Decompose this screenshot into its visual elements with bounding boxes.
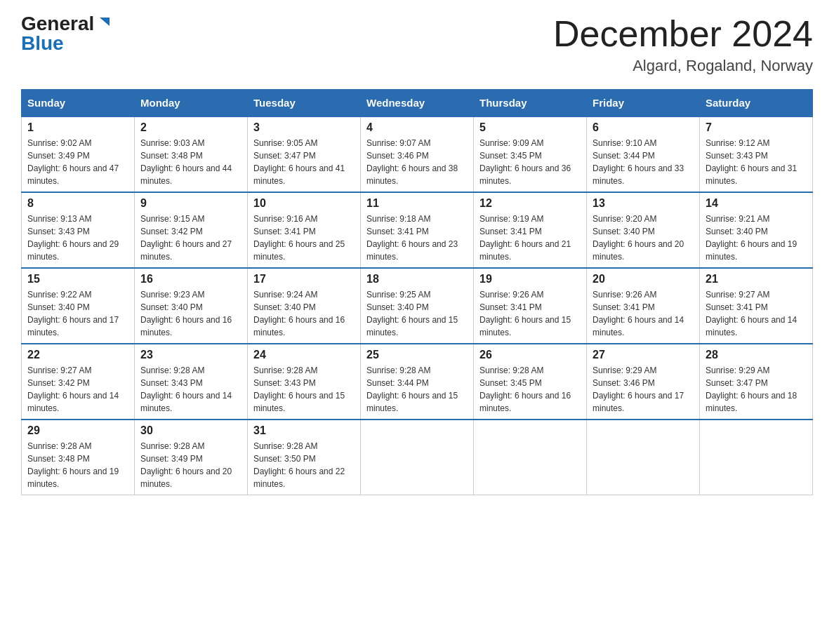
calendar-cell (474, 420, 587, 495)
calendar-cell: 30Sunrise: 9:28 AMSunset: 3:49 PMDayligh… (135, 420, 248, 495)
calendar-cell: 28Sunrise: 9:29 AMSunset: 3:47 PMDayligh… (700, 344, 813, 420)
header-wednesday: Wednesday (361, 90, 474, 117)
day-info: Sunrise: 9:10 AMSunset: 3:44 PMDaylight:… (593, 137, 694, 187)
day-info: Sunrise: 9:26 AMSunset: 3:41 PMDaylight:… (479, 288, 581, 339)
logo-icon (95, 15, 111, 30)
calendar-cell: 12Sunrise: 9:19 AMSunset: 3:41 PMDayligh… (474, 192, 587, 268)
day-number: 31 (253, 424, 355, 437)
day-number: 27 (593, 349, 694, 361)
day-number: 23 (140, 349, 241, 361)
day-info: Sunrise: 9:19 AMSunset: 3:41 PMDaylight:… (479, 213, 581, 263)
day-info: Sunrise: 9:02 AMSunset: 3:49 PMDaylight:… (27, 137, 128, 187)
day-info: Sunrise: 9:13 AMSunset: 3:43 PMDaylight:… (27, 213, 128, 263)
calendar-cell: 24Sunrise: 9:28 AMSunset: 3:43 PMDayligh… (248, 344, 361, 420)
calendar-cell: 16Sunrise: 9:23 AMSunset: 3:40 PMDayligh… (135, 268, 248, 344)
page-header: General Blue December 2024 Algard, Rogal… (21, 14, 813, 75)
day-number: 8 (27, 197, 128, 210)
day-number: 7 (706, 121, 807, 134)
weekday-header-row: Sunday Monday Tuesday Wednesday Thursday… (22, 90, 813, 117)
day-info: Sunrise: 9:27 AMSunset: 3:42 PMDaylight:… (27, 364, 128, 415)
calendar-cell: 6Sunrise: 9:10 AMSunset: 3:44 PMDaylight… (587, 116, 700, 192)
calendar-cell: 3Sunrise: 9:05 AMSunset: 3:47 PMDaylight… (248, 116, 361, 192)
day-info: Sunrise: 9:28 AMSunset: 3:45 PMDaylight:… (479, 364, 581, 415)
calendar-table: Sunday Monday Tuesday Wednesday Thursday… (21, 89, 813, 495)
day-info: Sunrise: 9:18 AMSunset: 3:41 PMDaylight:… (366, 213, 468, 263)
day-info: Sunrise: 9:23 AMSunset: 3:40 PMDaylight:… (140, 288, 241, 339)
day-number: 14 (706, 197, 807, 210)
day-number: 20 (593, 273, 694, 286)
week-row-1: 1Sunrise: 9:02 AMSunset: 3:49 PMDaylight… (22, 116, 813, 192)
day-number: 28 (706, 349, 807, 361)
logo-blue-text: Blue (21, 34, 64, 53)
week-row-5: 29Sunrise: 9:28 AMSunset: 3:48 PMDayligh… (22, 420, 813, 495)
day-info: Sunrise: 9:26 AMSunset: 3:41 PMDaylight:… (593, 288, 694, 339)
day-info: Sunrise: 9:28 AMSunset: 3:50 PMDaylight:… (253, 440, 355, 490)
day-number: 21 (706, 273, 807, 286)
calendar-cell: 25Sunrise: 9:28 AMSunset: 3:44 PMDayligh… (361, 344, 474, 420)
calendar-cell: 29Sunrise: 9:28 AMSunset: 3:48 PMDayligh… (22, 420, 135, 495)
logo: General Blue (21, 14, 111, 53)
day-number: 13 (593, 197, 694, 210)
calendar-cell (587, 420, 700, 495)
day-number: 30 (140, 424, 241, 437)
day-info: Sunrise: 9:20 AMSunset: 3:40 PMDaylight:… (593, 213, 694, 263)
week-row-4: 22Sunrise: 9:27 AMSunset: 3:42 PMDayligh… (22, 344, 813, 420)
day-info: Sunrise: 9:25 AMSunset: 3:40 PMDaylight:… (366, 288, 468, 339)
day-number: 18 (366, 273, 468, 286)
day-info: Sunrise: 9:12 AMSunset: 3:43 PMDaylight:… (706, 137, 807, 187)
day-number: 16 (140, 273, 241, 286)
header-friday: Friday (587, 90, 700, 117)
day-number: 25 (366, 349, 468, 361)
calendar-cell: 26Sunrise: 9:28 AMSunset: 3:45 PMDayligh… (474, 344, 587, 420)
day-number: 1 (27, 121, 128, 134)
header-sunday: Sunday (22, 90, 135, 117)
calendar-cell: 22Sunrise: 9:27 AMSunset: 3:42 PMDayligh… (22, 344, 135, 420)
calendar-cell: 14Sunrise: 9:21 AMSunset: 3:40 PMDayligh… (700, 192, 813, 268)
week-row-3: 15Sunrise: 9:22 AMSunset: 3:40 PMDayligh… (22, 268, 813, 344)
day-number: 11 (366, 197, 468, 210)
day-number: 9 (140, 197, 241, 210)
day-info: Sunrise: 9:28 AMSunset: 3:44 PMDaylight:… (366, 364, 468, 415)
day-number: 17 (253, 273, 355, 286)
calendar-cell: 2Sunrise: 9:03 AMSunset: 3:48 PMDaylight… (135, 116, 248, 192)
calendar-cell: 18Sunrise: 9:25 AMSunset: 3:40 PMDayligh… (361, 268, 474, 344)
calendar-cell: 8Sunrise: 9:13 AMSunset: 3:43 PMDaylight… (22, 192, 135, 268)
day-number: 3 (253, 121, 355, 134)
day-number: 12 (479, 197, 581, 210)
day-info: Sunrise: 9:28 AMSunset: 3:49 PMDaylight:… (140, 440, 241, 490)
day-info: Sunrise: 9:09 AMSunset: 3:45 PMDaylight:… (479, 137, 581, 187)
calendar-title: December 2024 (553, 14, 813, 54)
day-number: 6 (593, 121, 694, 134)
day-info: Sunrise: 9:29 AMSunset: 3:46 PMDaylight:… (593, 364, 694, 415)
calendar-cell: 13Sunrise: 9:20 AMSunset: 3:40 PMDayligh… (587, 192, 700, 268)
day-number: 15 (27, 273, 128, 286)
day-number: 10 (253, 197, 355, 210)
calendar-cell: 17Sunrise: 9:24 AMSunset: 3:40 PMDayligh… (248, 268, 361, 344)
day-number: 2 (140, 121, 241, 134)
calendar-cell: 21Sunrise: 9:27 AMSunset: 3:41 PMDayligh… (700, 268, 813, 344)
calendar-cell: 7Sunrise: 9:12 AMSunset: 3:43 PMDaylight… (700, 116, 813, 192)
day-number: 19 (479, 273, 581, 286)
week-row-2: 8Sunrise: 9:13 AMSunset: 3:43 PMDaylight… (22, 192, 813, 268)
day-number: 26 (479, 349, 581, 361)
title-section: December 2024 Algard, Rogaland, Norway (553, 14, 813, 75)
calendar-cell: 19Sunrise: 9:26 AMSunset: 3:41 PMDayligh… (474, 268, 587, 344)
header-monday: Monday (135, 90, 248, 117)
day-number: 24 (253, 349, 355, 361)
calendar-location: Algard, Rogaland, Norway (553, 57, 813, 75)
day-info: Sunrise: 9:05 AMSunset: 3:47 PMDaylight:… (253, 137, 355, 187)
day-info: Sunrise: 9:07 AMSunset: 3:46 PMDaylight:… (366, 137, 468, 187)
day-info: Sunrise: 9:29 AMSunset: 3:47 PMDaylight:… (706, 364, 807, 415)
day-number: 22 (27, 349, 128, 361)
calendar-cell (361, 420, 474, 495)
calendar-cell: 20Sunrise: 9:26 AMSunset: 3:41 PMDayligh… (587, 268, 700, 344)
day-number: 5 (479, 121, 581, 134)
calendar-cell: 9Sunrise: 9:15 AMSunset: 3:42 PMDaylight… (135, 192, 248, 268)
calendar-body: 1Sunrise: 9:02 AMSunset: 3:49 PMDaylight… (22, 116, 813, 495)
calendar-cell: 5Sunrise: 9:09 AMSunset: 3:45 PMDaylight… (474, 116, 587, 192)
header-thursday: Thursday (474, 90, 587, 117)
calendar-cell: 10Sunrise: 9:16 AMSunset: 3:41 PMDayligh… (248, 192, 361, 268)
day-info: Sunrise: 9:22 AMSunset: 3:40 PMDaylight:… (27, 288, 128, 339)
day-info: Sunrise: 9:28 AMSunset: 3:43 PMDaylight:… (140, 364, 241, 415)
calendar-header: Sunday Monday Tuesday Wednesday Thursday… (22, 90, 813, 117)
